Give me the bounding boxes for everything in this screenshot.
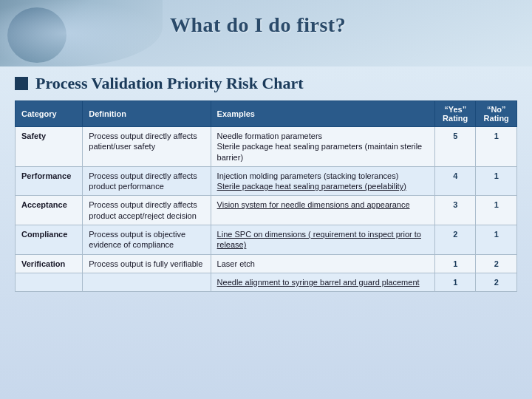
col-header-examples: Examples <box>211 101 434 127</box>
header-image <box>0 0 163 66</box>
definition-verification: Process output is fully verifiable <box>83 254 211 273</box>
page-title: What do I do first? <box>170 13 517 37</box>
category-verification: Verification <box>16 254 83 273</box>
yes-rating-acceptance: 3 <box>434 196 476 225</box>
risk-table: Category Definition Examples “Yes” Ratin… <box>15 100 517 292</box>
table-row: Needle alignment to syringe barrel and g… <box>16 273 517 291</box>
examples-safety: Needle formation parameters Sterile pack… <box>211 127 434 167</box>
table-row: Acceptance Process output directly affec… <box>16 196 517 225</box>
yes-rating-verification-2: 1 <box>434 273 476 291</box>
examples-performance: Injection molding parameters (stacking t… <box>211 166 434 196</box>
table-row: Performance Process output directly affe… <box>16 166 517 196</box>
no-rating-verification-2: 2 <box>476 273 517 291</box>
examples-performance-2: Sterile package heat sealing parameters … <box>217 182 406 191</box>
table-row: Safety Process output directly affects p… <box>16 127 517 167</box>
examples-verification-1: Laser etch <box>211 254 434 273</box>
category-acceptance: Acceptance <box>16 196 83 225</box>
definition-acceptance: Process output directly affects product … <box>83 196 211 225</box>
col-header-definition: Definition <box>83 101 211 127</box>
category-compliance: Compliance <box>16 225 83 255</box>
category-safety: Safety <box>16 127 83 167</box>
no-rating-safety: 1 <box>476 127 517 167</box>
examples-verification-2-text: Needle alignment to syringe barrel and g… <box>217 278 420 287</box>
col-header-yes-rating: “Yes” Rating <box>434 101 476 127</box>
yes-rating-safety: 5 <box>434 127 476 167</box>
definition-safety: Process output directly affects patient/… <box>83 127 211 167</box>
yes-rating-compliance: 2 <box>434 225 476 255</box>
category-performance: Performance <box>16 166 83 196</box>
category-verification-empty <box>16 273 83 291</box>
yes-rating-performance: 4 <box>434 166 476 196</box>
no-rating-verification-1: 2 <box>476 254 517 273</box>
no-rating-acceptance: 1 <box>476 196 517 225</box>
examples-verification-2: Needle alignment to syringe barrel and g… <box>211 273 434 291</box>
table-row: Verification Process output is fully ver… <box>16 254 517 273</box>
col-header-category: Category <box>16 101 83 127</box>
definition-compliance: Process output is objective evidence of … <box>83 225 211 255</box>
definition-performance: Process output directly affects product … <box>83 166 211 196</box>
table-row: Compliance Process output is objective e… <box>16 225 517 255</box>
definition-verification-empty <box>83 273 211 291</box>
content-area: Process Validation Priority Risk Chart C… <box>0 66 532 399</box>
section-title: Process Validation Priority Risk Chart <box>35 74 304 93</box>
table-header-row: Category Definition Examples “Yes” Ratin… <box>16 101 517 127</box>
col-header-no-rating: “No” Rating <box>476 101 517 127</box>
examples-acceptance-1: Vision system for needle dimensions and … <box>217 200 410 209</box>
no-rating-compliance: 1 <box>476 225 517 255</box>
yes-rating-verification-1: 1 <box>434 254 476 273</box>
no-rating-performance: 1 <box>476 166 517 196</box>
section-header: Process Validation Priority Risk Chart <box>15 74 517 93</box>
bullet-icon <box>15 77 28 90</box>
examples-compliance-1: Line SPC on dimensions ( requirement to … <box>217 230 421 249</box>
examples-acceptance: Vision system for needle dimensions and … <box>211 196 434 225</box>
title-area: What do I do first? <box>170 13 517 37</box>
examples-compliance: Line SPC on dimensions ( requirement to … <box>211 225 434 255</box>
